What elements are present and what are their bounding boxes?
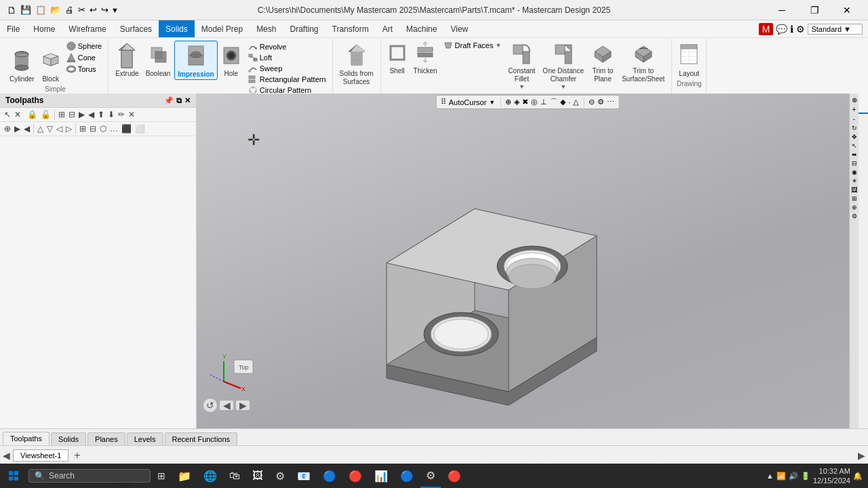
solids-tab[interactable]: Solids xyxy=(51,432,86,445)
tb-lock2[interactable]: 🔓 xyxy=(39,109,52,120)
snap-perp-icon[interactable]: ⊥ xyxy=(540,98,547,106)
loft-button[interactable]: Loft xyxy=(246,53,328,62)
close-button[interactable]: ✕ xyxy=(831,0,863,20)
block-button[interactable]: Block xyxy=(39,46,63,84)
thicken-button[interactable]: Thicken xyxy=(411,41,440,76)
taskbar-store-icon[interactable]: 🛍 xyxy=(224,464,245,488)
pan-right-icon[interactable]: ▶ xyxy=(236,401,250,410)
3d-model[interactable] xyxy=(326,161,624,419)
tb-expand[interactable]: ⊞ xyxy=(57,109,66,120)
menu-solids[interactable]: Solids xyxy=(159,20,195,37)
taskbar-edge-icon[interactable]: 🌐 xyxy=(198,464,222,488)
solids-from-surfaces-button[interactable]: Solids fromSurfaces xyxy=(337,41,376,87)
print-icon[interactable]: 🖨 xyxy=(64,5,75,15)
redo-icon[interactable]: ↪ xyxy=(100,5,110,15)
tb-collapse[interactable]: ⊟ xyxy=(67,109,77,120)
autocursor-dropdown-icon[interactable]: ▼ xyxy=(489,99,495,106)
tb2-circle[interactable]: ⬜ xyxy=(134,123,146,134)
lighting-icon[interactable]: ☀ xyxy=(852,178,857,184)
tray-volume-icon[interactable]: 🔊 xyxy=(789,472,798,481)
menu-surfaces[interactable]: Surfaces xyxy=(113,20,159,37)
constant-fillet-button[interactable]: ConstantFillet ▼ xyxy=(505,41,538,92)
tb2-right[interactable]: ▷ xyxy=(64,123,73,134)
menu-transform[interactable]: Transform xyxy=(326,20,376,37)
taskbar-app1-icon[interactable]: 🔵 xyxy=(317,464,342,488)
nav-controls[interactable]: ↺ ◀ ▶ xyxy=(203,399,258,412)
tb2-up2[interactable]: △ xyxy=(36,123,45,134)
restore-button[interactable]: ❐ xyxy=(799,0,830,20)
viewport[interactable]: ⠿ AutoCursor ▼ ⊕ ◈ ✖ ◎ ⊥ ⌒ ◆ · △ ⊝ ⚙ ⋯ ✛ xyxy=(197,94,859,453)
rotate-icon[interactable]: ↻ xyxy=(852,125,857,131)
menu-mesh[interactable]: Mesh xyxy=(250,20,283,37)
chat-icon[interactable]: 💬 xyxy=(776,24,787,35)
zoom-out-icon[interactable]: - xyxy=(853,115,855,123)
draft-faces-button[interactable]: Draft Faces ▼ xyxy=(441,41,504,50)
taskbar-mastercam-icon[interactable]: ⚙ xyxy=(420,464,441,488)
tb-play-right[interactable]: ▶ xyxy=(77,109,86,120)
snap-arc-icon[interactable]: ◎ xyxy=(531,98,538,106)
shell-button[interactable]: Shell xyxy=(385,41,410,76)
tb2-grid[interactable]: ⊞ xyxy=(78,123,87,134)
grid-icon[interactable]: ⊞ xyxy=(852,195,857,202)
tray-battery-icon[interactable]: 🔋 xyxy=(801,472,810,481)
measure-icon[interactable]: ⬌ xyxy=(852,151,857,158)
snap-rel-icon[interactable]: △ xyxy=(573,98,578,106)
section-icon[interactable]: ⊟ xyxy=(852,160,857,167)
cylinder-button[interactable]: Cylinder xyxy=(7,46,37,84)
snap-clear-icon[interactable]: ⊝ xyxy=(589,98,595,106)
cut-icon[interactable]: ✂ xyxy=(77,5,87,15)
viewsheet-tab[interactable]: Viewsheet-1 xyxy=(13,449,68,462)
settings-icon[interactable]: ⚙ xyxy=(796,24,805,35)
titlebar-controls[interactable]: ─ ❐ ✕ xyxy=(766,0,863,20)
orbit-icon[interactable]: ↺ xyxy=(203,399,217,412)
menu-file[interactable]: File xyxy=(0,20,26,37)
layout-button[interactable]: Layout xyxy=(676,41,702,79)
display-icon[interactable]: ◉ xyxy=(852,169,857,176)
task-view-button[interactable]: ⊞ xyxy=(152,470,171,481)
start-button[interactable] xyxy=(0,464,27,488)
snap-settings-icon[interactable]: ⚙ xyxy=(597,98,604,106)
menu-view[interactable]: View xyxy=(443,20,475,37)
cone-button[interactable]: Cone xyxy=(64,52,104,63)
planes-tab[interactable]: Planes xyxy=(87,432,125,445)
revolve-button[interactable]: Revolve xyxy=(246,42,328,52)
tray-network-icon[interactable]: 📶 xyxy=(776,472,786,481)
snap-mid-icon[interactable]: ◈ xyxy=(514,98,519,106)
pan-left-icon[interactable]: ◀ xyxy=(220,401,233,410)
menu-machine[interactable]: Machine xyxy=(399,20,443,37)
new-icon[interactable]: 🗋 xyxy=(5,5,18,16)
standard-dropdown[interactable]: Standard ▼ xyxy=(808,24,863,35)
taskbar-excel-icon[interactable]: 📊 xyxy=(369,464,393,488)
tb2-left[interactable]: ◁ xyxy=(55,123,64,134)
save-as-icon[interactable]: 📋 xyxy=(34,5,47,15)
taskbar-app3-icon[interactable]: 🔴 xyxy=(442,464,467,488)
help-icon[interactable]: M xyxy=(759,23,774,35)
tb-up[interactable]: ⬆ xyxy=(96,109,106,120)
snap-int-icon[interactable]: ✖ xyxy=(522,98,528,106)
extrude-button[interactable]: Extrude xyxy=(113,41,141,79)
panel-close-icon[interactable]: ✕ xyxy=(184,96,191,105)
tb-edit[interactable]: ✏ xyxy=(117,109,126,120)
snap-point-icon[interactable]: · xyxy=(568,98,570,106)
zoom-in-icon[interactable]: + xyxy=(852,106,856,113)
autocursor-label[interactable]: AutoCursor xyxy=(449,98,487,106)
tray-up-icon[interactable]: ▲ xyxy=(766,472,774,480)
tb-lock[interactable]: 🔒 xyxy=(26,109,39,120)
taskbar-mail-icon[interactable]: 📧 xyxy=(292,464,316,488)
taskbar-search[interactable]: 🔍 Search xyxy=(28,469,151,483)
taskbar-explorer-icon[interactable]: 📁 xyxy=(172,464,197,488)
tb-play-left[interactable]: ◀ xyxy=(87,109,96,120)
torus-button[interactable]: Torus xyxy=(64,64,104,75)
sheet-prev-icon[interactable]: ◀ xyxy=(3,450,10,461)
misc-icon[interactable]: ⚙ xyxy=(852,213,857,220)
sphere-button[interactable]: Sphere xyxy=(64,41,104,52)
open-icon[interactable]: 📂 xyxy=(49,5,62,15)
panel-float-icon[interactable]: ⧉ xyxy=(176,96,182,105)
tb-cursor[interactable]: ↖ xyxy=(3,109,12,120)
snap-tan-icon[interactable]: ⌒ xyxy=(550,97,557,107)
sheet-nav-right[interactable]: ▶ xyxy=(858,450,865,461)
background-icon[interactable]: 🖼 xyxy=(851,186,857,193)
select-icon[interactable]: ↖ xyxy=(852,142,857,149)
save-icon[interactable]: 💾 xyxy=(19,5,33,15)
boolean-button[interactable]: Boolean xyxy=(143,41,174,79)
